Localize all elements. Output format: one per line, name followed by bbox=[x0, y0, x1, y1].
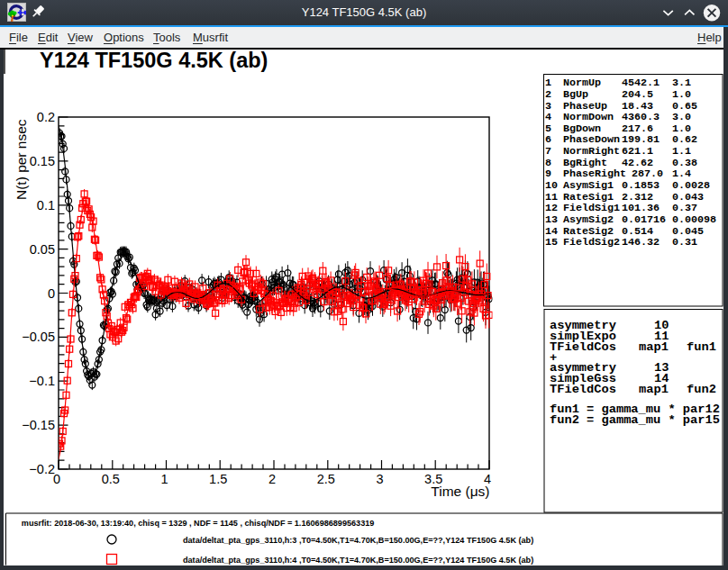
svg-text:N(t) per nsec: N(t) per nsec bbox=[14, 119, 29, 200]
svg-text:fun2: fun2 bbox=[687, 383, 716, 396]
svg-text:fun2 = gamma_mu * par15: fun2 = gamma_mu * par15 bbox=[550, 413, 720, 427]
svg-text:data/deltat_pta_gps_3110,h:4 ,: data/deltat_pta_gps_3110,h:4 ,T0=4.50K,T… bbox=[183, 556, 533, 565]
svg-text:146.32: 146.32 bbox=[622, 236, 660, 249]
svg-text:3: 3 bbox=[376, 472, 383, 486]
svg-text:map1: map1 bbox=[639, 340, 669, 354]
svg-text:musrfit: 2018-06-30, 13:19:40,: musrfit: 2018-06-30, 13:19:40, chisq = 1… bbox=[22, 519, 375, 528]
svg-text:1: 1 bbox=[160, 472, 168, 486]
svg-text:0.1: 0.1 bbox=[37, 198, 55, 213]
svg-text:2: 2 bbox=[268, 472, 276, 486]
svg-text:15: 15 bbox=[545, 236, 558, 249]
svg-text:TFieldCos: TFieldCos bbox=[550, 383, 616, 396]
svg-text:0.15: 0.15 bbox=[30, 154, 55, 168]
svg-text:map1: map1 bbox=[639, 383, 669, 396]
svg-text:−0.1: −0.1 bbox=[29, 374, 55, 388]
svg-text:0: 0 bbox=[48, 286, 55, 301]
svg-text:0.05: 0.05 bbox=[30, 242, 55, 257]
svg-text:Y124 TF150G 4.5K (ab): Y124 TF150G 4.5K (ab) bbox=[40, 49, 268, 72]
svg-text:0: 0 bbox=[53, 472, 60, 486]
svg-text:−0.2: −0.2 bbox=[29, 462, 55, 476]
svg-text:FieldSig2: FieldSig2 bbox=[563, 236, 620, 249]
svg-text:−0.05: −0.05 bbox=[22, 330, 55, 344]
svg-text:0.31: 0.31 bbox=[672, 236, 697, 249]
svg-text:Time (μs): Time (μs) bbox=[431, 484, 489, 499]
svg-text:1.5: 1.5 bbox=[209, 472, 227, 486]
svg-text:2.5: 2.5 bbox=[317, 472, 335, 486]
svg-text:0.2: 0.2 bbox=[37, 110, 55, 124]
svg-text:0.5: 0.5 bbox=[102, 472, 120, 486]
svg-text:−0.15: −0.15 bbox=[22, 418, 55, 432]
svg-text:fun1: fun1 bbox=[687, 340, 716, 354]
svg-text:data/deltat_pta_gps_3110,h:3 ,: data/deltat_pta_gps_3110,h:3 ,T0=4.50K,T… bbox=[183, 536, 533, 545]
svg-text:TFieldCos: TFieldCos bbox=[550, 340, 616, 354]
